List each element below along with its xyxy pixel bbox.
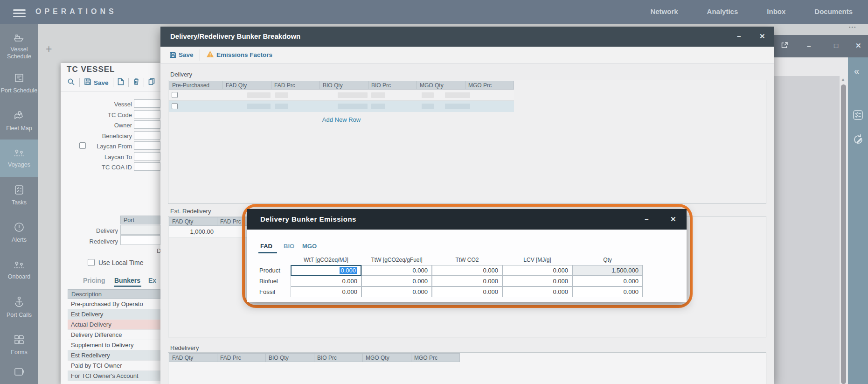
tab-bunkers[interactable]: Bunkers	[114, 277, 140, 284]
sidebar-item-port-schedule[interactable]: Port Schedule	[0, 65, 38, 102]
close-icon[interactable]: ✕	[855, 42, 861, 49]
modal-header[interactable]: Delivery Bunker Emissions − ✕	[247, 209, 687, 230]
laycan-from-checkbox[interactable]	[79, 142, 86, 149]
cell-product-wtt-focused[interactable]: 0.000	[291, 265, 361, 276]
tab-pricing[interactable]: Pricing	[83, 277, 105, 284]
est-redelivery-fad-qty-value[interactable]: 1,000.00	[169, 228, 214, 235]
table-row[interactable]: Est Redelivery	[68, 350, 160, 361]
cell[interactable]: 0.000	[432, 265, 502, 276]
nav-analytics[interactable]: Analytics	[707, 7, 738, 15]
table-row[interactable]: Delivery Difference	[68, 330, 160, 340]
table-row[interactable]: Est Delivery	[68, 309, 160, 320]
minimize-icon[interactable]: −	[645, 216, 649, 223]
cell[interactable]: 0.000	[572, 286, 643, 297]
checklist-icon[interactable]	[853, 110, 863, 122]
column-header[interactable]: BIO Qty	[320, 81, 368, 90]
nav-documents[interactable]: Documents	[814, 7, 853, 15]
modal-save-button[interactable]: Save	[179, 51, 194, 58]
table-row[interactable]: Paid by TCI Owner	[68, 361, 160, 371]
column-header[interactable]: BIO Prc	[368, 81, 417, 90]
cell[interactable]: 0.000	[361, 265, 432, 276]
copy-icon[interactable]	[148, 78, 155, 87]
column-header[interactable]: BIO Qty	[266, 353, 314, 362]
laycan-to-input[interactable]	[134, 152, 160, 161]
delivery-port-input[interactable]	[120, 225, 160, 235]
row-checkbox[interactable]	[172, 103, 178, 109]
column-header[interactable]: Pre-Purchased	[169, 81, 223, 90]
owner-input[interactable]	[134, 120, 160, 129]
beneficiary-input[interactable]	[134, 131, 160, 140]
cell[interactable]: 0.000	[291, 286, 361, 297]
cell[interactable]: 0.000	[432, 276, 502, 286]
popout-icon[interactable]	[781, 42, 788, 51]
row-checkbox[interactable]	[172, 92, 178, 98]
column-header[interactable]: FAD Qty	[169, 217, 217, 226]
sidebar-item-voyages[interactable]: Voyages	[0, 140, 38, 177]
cell[interactable]: 0.000	[502, 265, 572, 276]
sidebar-item-tasks[interactable]: Tasks	[0, 177, 38, 214]
use-local-time-checkbox[interactable]	[88, 259, 95, 266]
cell[interactable]: 0.000	[432, 286, 502, 297]
tab-fad[interactable]: FAD	[260, 243, 272, 250]
close-icon[interactable]: ✕	[759, 33, 765, 40]
maximize-icon[interactable]: □	[834, 42, 838, 49]
column-header[interactable]: FAD Qty	[223, 81, 271, 90]
modal-header[interactable]: Delivery/Redelivery Bunker Breakdown − ✕	[160, 27, 774, 47]
table-row-actual-delivery[interactable]: Actual Delivery	[68, 320, 160, 330]
nav-network[interactable]: Network	[650, 7, 678, 15]
new-document-icon[interactable]	[118, 78, 124, 87]
tc-code-input[interactable]	[134, 110, 160, 119]
delete-icon[interactable]	[133, 78, 139, 87]
close-icon[interactable]: ✕	[670, 216, 676, 223]
column-header[interactable]: FAD Qty	[169, 353, 217, 362]
add-new-row-link[interactable]: Add New Row	[169, 116, 514, 123]
tc-save-button[interactable]: Save	[94, 79, 109, 86]
hamburger-menu-icon[interactable]	[13, 7, 26, 19]
cell[interactable]: 0.000	[361, 276, 432, 286]
tab-mgo[interactable]: MGO	[302, 243, 317, 250]
tc-coa-id-input[interactable]	[134, 162, 160, 171]
save-icon[interactable]	[169, 51, 176, 60]
sidebar-item-port-calls[interactable]: Port Calls	[0, 289, 38, 326]
redelivery-port-input[interactable]	[120, 235, 160, 245]
scroll-up-arrow[interactable]: ▲	[841, 77, 845, 82]
cell[interactable]: 0.000	[361, 286, 432, 297]
laycan-from-input[interactable]	[134, 141, 160, 150]
column-header[interactable]: FAD Prc	[271, 81, 320, 90]
sidebar-item-partial[interactable]	[0, 363, 38, 382]
tab-bio[interactable]: BIO	[284, 243, 294, 250]
cell[interactable]: 0.000	[502, 286, 572, 297]
column-header[interactable]: FAD Prc	[217, 353, 266, 362]
table-row[interactable]	[169, 90, 514, 101]
scrollbar-thumb[interactable]	[841, 84, 846, 384]
column-header[interactable]: BIO Prc	[314, 353, 363, 362]
nav-inbox[interactable]: Inbox	[767, 7, 785, 15]
table-row[interactable]: Supplement to Delivery	[68, 340, 160, 350]
edit-refresh-icon[interactable]	[852, 133, 865, 148]
tab-ex[interactable]: Ex	[148, 277, 156, 284]
sidebar-item-onboard[interactable]: Onboard	[0, 251, 38, 289]
cell[interactable]: 0.000	[502, 276, 572, 286]
collapse-panel-icon[interactable]: «	[854, 66, 859, 77]
cell[interactable]: 0.000	[291, 276, 361, 286]
sidebar-item-vessel-schedule[interactable]: Vessel Schedule	[0, 28, 38, 65]
column-header[interactable]: MGO Prc	[465, 81, 514, 90]
add-icon[interactable]: +	[46, 43, 52, 56]
cell[interactable]: 0.000	[572, 276, 643, 286]
save-icon[interactable]	[84, 78, 91, 87]
emissions-factors-button[interactable]: Emissions Factors	[216, 51, 272, 58]
column-header[interactable]: MGO Qty	[417, 81, 465, 90]
table-row[interactable]: Pre-purchased By Operato	[68, 299, 160, 309]
vessel-input[interactable]	[134, 99, 160, 108]
minimize-icon[interactable]: −	[807, 42, 811, 49]
sidebar-item-fleet-map[interactable]: Fleet Map	[0, 102, 38, 140]
sidebar-item-alerts[interactable]: Alerts	[0, 214, 38, 251]
column-header[interactable]: MGO Prc	[411, 353, 460, 362]
column-header[interactable]: MGO Qty	[363, 353, 411, 362]
search-icon[interactable]	[67, 78, 75, 88]
table-row-selected[interactable]	[169, 101, 514, 112]
sidebar-item-forms[interactable]: Forms	[0, 326, 38, 363]
minimize-icon[interactable]: −	[737, 33, 741, 40]
table-row[interactable]: For TCI Owner's Account	[68, 371, 160, 381]
more-options-icon[interactable]: •••	[849, 25, 857, 30]
